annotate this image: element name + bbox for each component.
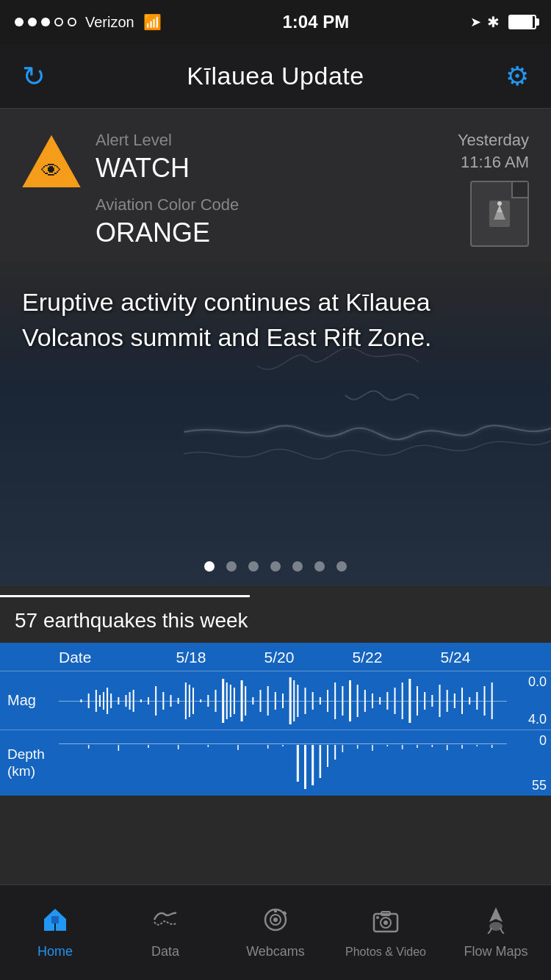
date-518: 5/18	[147, 649, 235, 666]
date-524: 5/24	[411, 649, 500, 666]
svg-rect-96	[56, 923, 60, 931]
wifi-icon: 📶	[143, 13, 162, 31]
divider-section	[0, 586, 551, 597]
settings-button[interactable]: ⚙	[505, 61, 529, 92]
alert-date: Yesterday	[411, 131, 529, 150]
date-520: 5/20	[235, 649, 323, 666]
flowmaps-icon	[482, 906, 510, 940]
location-icon: ➤	[470, 14, 481, 30]
alert-level-label: Alert Level	[96, 131, 397, 150]
chart-header: Date 5/18 5/20 5/22 5/24	[0, 643, 551, 671]
mag-chart-row: Mag	[0, 671, 551, 729]
signal-dot-3	[41, 18, 50, 26]
dot-5	[292, 561, 303, 572]
nav-title: Kīlauea Update	[187, 62, 364, 90]
dot-3	[248, 561, 259, 572]
tab-home-label: Home	[37, 944, 73, 959]
tab-flowmaps-label: Flow Maps	[464, 944, 527, 959]
date-522: 5/22	[323, 649, 411, 666]
webcams-icon	[262, 906, 289, 940]
alert-section: 👁 Alert Level WATCH Aviation Color Code …	[0, 109, 551, 263]
dot-1	[204, 561, 215, 572]
signal-dot-1	[15, 18, 24, 26]
earthquakes-section: 57 earthquakes this week	[0, 597, 551, 633]
svg-text:👁: 👁	[41, 159, 62, 182]
data-icon	[151, 906, 179, 940]
mag-min-label: 0.0	[511, 674, 547, 690]
tab-webcams[interactable]: Webcams	[220, 885, 331, 980]
svg-point-5	[497, 201, 502, 206]
nav-bar: ↻ Kīlauea Update ⚙	[0, 44, 551, 109]
refresh-button[interactable]: ↻	[22, 60, 46, 93]
depth-max-label: 55	[511, 778, 547, 793]
dot-6	[314, 561, 325, 572]
svg-rect-97	[51, 916, 59, 923]
status-right: ➤ ✱	[470, 13, 536, 31]
earthquakes-title: 57 earthquakes this week	[15, 609, 536, 633]
depth-chart-area	[59, 730, 507, 796]
tab-photos[interactable]: Photos & Video	[331, 885, 441, 980]
tab-flowmaps[interactable]: Flow Maps	[441, 885, 551, 980]
aviation-color-value: ORANGE	[96, 217, 397, 248]
svg-point-100	[273, 918, 278, 922]
chart-header-spacer	[500, 649, 544, 666]
signal-dot-4	[54, 18, 63, 26]
depth-label: Depth(km)	[0, 746, 59, 780]
dot-4	[270, 561, 281, 572]
document-icon[interactable]	[470, 181, 529, 247]
volcano-map	[184, 322, 551, 542]
status-left: Verizon 📶	[15, 13, 162, 31]
alert-text: Alert Level WATCH Aviation Color Code OR…	[96, 131, 397, 248]
svg-point-107	[376, 916, 379, 919]
dot-7	[336, 561, 347, 572]
mag-axis-labels: 0.0 4.0	[507, 671, 551, 730]
aviation-color-label: Aviation Color Code	[96, 195, 397, 215]
svg-rect-101	[274, 909, 277, 912]
main-content: Eruptive activity continues at Kīlauea V…	[0, 263, 551, 586]
svg-rect-95	[50, 923, 54, 931]
mag-max-label: 4.0	[511, 712, 547, 727]
tab-home[interactable]: Home	[0, 885, 110, 980]
bluetooth-icon: ✱	[487, 13, 500, 31]
depth-chart-row: Depth(km)	[0, 729, 551, 796]
status-bar: Verizon 📶 1:04 PM ➤ ✱	[0, 0, 551, 44]
tab-photos-label: Photos & Video	[345, 945, 426, 959]
chart-container: Date 5/18 5/20 5/22 5/24 Mag	[0, 643, 551, 796]
alert-right: Yesterday 11:16 AM	[411, 131, 529, 247]
date-col-header: Date	[59, 649, 147, 666]
tab-data-label: Data	[151, 944, 179, 959]
dot-2	[226, 561, 237, 572]
battery-icon	[508, 15, 536, 29]
depth-min-label: 0	[511, 733, 547, 749]
carrier-label: Verizon	[85, 14, 134, 31]
alert-level-value: WATCH	[96, 153, 397, 184]
home-icon	[41, 906, 69, 940]
tab-bar: Home Data Webcams	[0, 884, 551, 980]
mag-chart-area	[59, 671, 507, 730]
depth-axis-labels: 0 55	[507, 730, 551, 796]
dots-indicator	[0, 561, 551, 572]
signal-dot-2	[28, 18, 37, 26]
mag-label: Mag	[0, 692, 59, 709]
svg-marker-108	[489, 907, 503, 922]
tab-webcams-label: Webcams	[246, 944, 305, 959]
svg-point-105	[383, 920, 388, 925]
photos-icon	[372, 907, 400, 941]
status-time: 1:04 PM	[283, 12, 350, 32]
tab-data[interactable]: Data	[110, 885, 220, 980]
signal-dot-5	[68, 18, 76, 26]
alert-time: 11:16 AM	[411, 153, 529, 172]
alert-icon: 👁	[22, 135, 81, 191]
